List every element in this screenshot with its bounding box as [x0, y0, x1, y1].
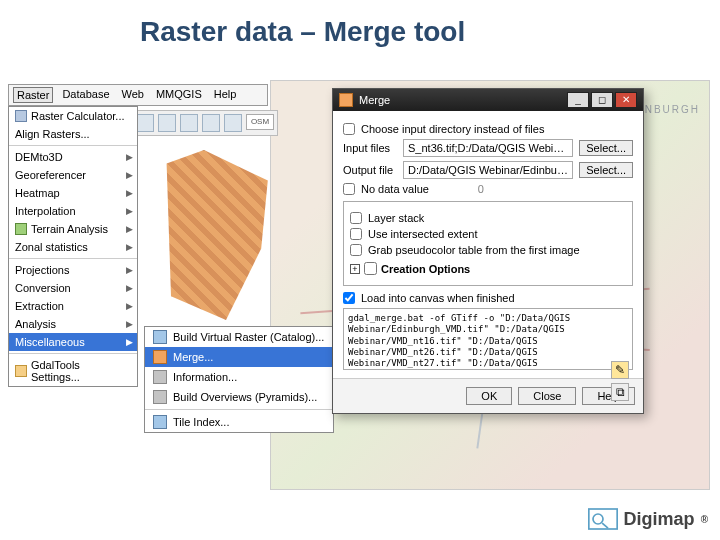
- choose-directory-label: Choose input directory instead of files: [361, 123, 544, 135]
- intersected-label: Use intersected extent: [368, 228, 477, 240]
- command-text-box[interactable]: gdal_merge.bat -of GTiff -o "D:/Data/QGI…: [343, 308, 633, 370]
- qgis-menubar: Raster Database Web MMQGIS Help: [8, 84, 268, 106]
- load-canvas-checkbox[interactable]: [343, 292, 355, 304]
- ok-button[interactable]: OK: [466, 387, 512, 405]
- menu-separator: [145, 409, 333, 410]
- intersected-checkbox[interactable]: [350, 228, 362, 240]
- nodata-value-field[interactable]: 0: [444, 183, 484, 195]
- output-file-label: Output file: [343, 164, 397, 176]
- tile-index-icon: [153, 415, 167, 429]
- menu-web[interactable]: Web: [119, 87, 147, 103]
- edit-command-button[interactable]: ✎: [611, 361, 629, 379]
- menu-item-terrain-analysis[interactable]: Terrain Analysis▶: [9, 220, 137, 238]
- miscellaneous-submenu: Build Virtual Raster (Catalog)... Merge.…: [144, 326, 334, 433]
- menu-database[interactable]: Database: [59, 87, 112, 103]
- pyramids-icon: [153, 390, 167, 404]
- merge-icon: [153, 350, 167, 364]
- menu-item-interpolation[interactable]: Interpolation▶: [9, 202, 137, 220]
- info-icon: [153, 370, 167, 384]
- menu-separator: [9, 258, 137, 259]
- nodata-label: No data value: [361, 183, 429, 195]
- close-dialog-button[interactable]: Close: [518, 387, 576, 405]
- menu-item-projections[interactable]: Projections▶: [9, 261, 137, 279]
- chevron-right-icon: ▶: [126, 283, 133, 293]
- menu-item-analysis[interactable]: Analysis▶: [9, 315, 137, 333]
- menu-item-demto3d[interactable]: DEMto3D▶: [9, 148, 137, 166]
- chevron-right-icon: ▶: [126, 188, 133, 198]
- copy-command-button[interactable]: ⧉: [611, 383, 629, 401]
- menu-item-miscellaneous[interactable]: Miscellaneous▶: [9, 333, 137, 351]
- raster-menu: Raster Calculator... Align Rasters... DE…: [8, 106, 138, 387]
- load-canvas-label: Load into canvas when finished: [361, 292, 515, 304]
- calculator-icon: [15, 110, 27, 122]
- pseudocolor-label: Grab pseudocolor table from the first im…: [368, 244, 580, 256]
- menu-raster[interactable]: Raster: [13, 87, 53, 103]
- input-select-button[interactable]: Select...: [579, 140, 633, 156]
- merge-icon: [339, 93, 353, 107]
- output-select-button[interactable]: Select...: [579, 162, 633, 178]
- gear-icon: [15, 365, 27, 377]
- menu-item-align-rasters[interactable]: Align Rasters...: [9, 125, 137, 143]
- registered-mark: ®: [701, 514, 708, 525]
- submenu-item-build-overviews[interactable]: Build Overviews (Pyramids)...: [145, 387, 333, 407]
- slide-title: Raster data – Merge tool: [140, 16, 465, 48]
- menu-separator: [9, 353, 137, 354]
- input-files-field[interactable]: S_nt36.tif;D:/Data/QGIS Webinar/Edinburg…: [403, 139, 573, 157]
- output-file-field[interactable]: D:/Data/QGIS Webinar/Edinburgh_VMD.tif: [403, 161, 573, 179]
- menu-item-gdaltools-settings[interactable]: GdalTools Settings...: [9, 356, 137, 386]
- terrain-icon: [15, 223, 27, 235]
- menu-item-heatmap[interactable]: Heatmap▶: [9, 184, 137, 202]
- chevron-right-icon: ▶: [126, 206, 133, 216]
- nodata-checkbox[interactable]: [343, 183, 355, 195]
- options-panel: Layer stack Use intersected extent Grab …: [343, 201, 633, 286]
- menu-help[interactable]: Help: [211, 87, 240, 103]
- menu-item-georeferencer[interactable]: Georeferencer▶: [9, 166, 137, 184]
- chevron-right-icon: ▶: [126, 224, 133, 234]
- creation-options-label: Creation Options: [381, 263, 470, 275]
- digimap-logo: Digimap®: [588, 508, 708, 530]
- layerstack-label: Layer stack: [368, 212, 424, 224]
- choose-directory-checkbox[interactable]: [343, 123, 355, 135]
- chevron-right-icon: ▶: [126, 170, 133, 180]
- layerstack-checkbox[interactable]: [350, 212, 362, 224]
- submenu-item-tile-index[interactable]: Tile Index...: [145, 412, 333, 432]
- dialog-titlebar[interactable]: Merge _ ◻ ✕: [333, 89, 643, 111]
- input-files-label: Input files: [343, 142, 397, 154]
- menu-item-extraction[interactable]: Extraction▶: [9, 297, 137, 315]
- menu-item-raster-calculator[interactable]: Raster Calculator...: [9, 107, 137, 125]
- minimize-button[interactable]: _: [567, 92, 589, 108]
- creation-options-expander[interactable]: +: [350, 264, 360, 274]
- vrt-icon: [153, 330, 167, 344]
- submenu-item-build-virtual-raster[interactable]: Build Virtual Raster (Catalog)...: [145, 327, 333, 347]
- chevron-right-icon: ▶: [126, 242, 133, 252]
- menu-item-zonal-stats[interactable]: Zonal statistics▶: [9, 238, 137, 256]
- merge-dialog: Merge _ ◻ ✕ Choose input directory inste…: [332, 88, 644, 414]
- menu-mmqgis[interactable]: MMQGIS: [153, 87, 205, 103]
- digimap-name: Digimap: [624, 509, 695, 530]
- dialog-title: Merge: [359, 94, 561, 106]
- pseudocolor-checkbox[interactable]: [350, 244, 362, 256]
- chevron-right-icon: ▶: [126, 301, 133, 311]
- chevron-right-icon: ▶: [126, 337, 133, 347]
- submenu-item-merge[interactable]: Merge...: [145, 347, 333, 367]
- chevron-right-icon: ▶: [126, 319, 133, 329]
- chevron-right-icon: ▶: [126, 152, 133, 162]
- creation-options-checkbox[interactable]: [364, 262, 377, 275]
- close-button[interactable]: ✕: [615, 92, 637, 108]
- chevron-right-icon: ▶: [126, 265, 133, 275]
- menu-separator: [9, 145, 137, 146]
- submenu-item-information[interactable]: Information...: [145, 367, 333, 387]
- maximize-button[interactable]: ◻: [591, 92, 613, 108]
- menu-item-conversion[interactable]: Conversion▶: [9, 279, 137, 297]
